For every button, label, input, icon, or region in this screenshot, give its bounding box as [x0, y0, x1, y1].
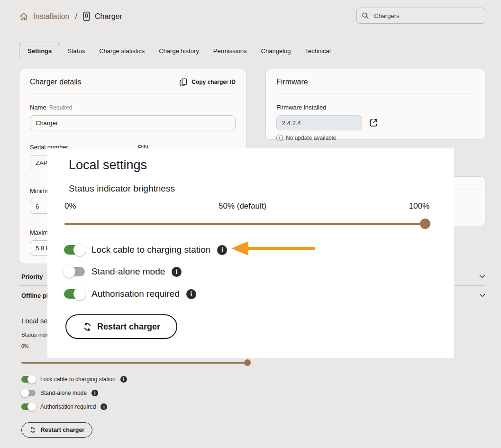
info-icon[interactable]: i: [217, 245, 227, 255]
tab-status[interactable]: Status: [60, 43, 92, 59]
brightness-label: Status indicator brightness: [69, 183, 175, 194]
slider-tick-0: 0%: [64, 201, 76, 211]
brightness-slider[interactable]: [21, 362, 250, 364]
lock-cable-label: Lock cable to charging station: [91, 245, 210, 255]
slider-tick-50: 50% (default): [219, 201, 266, 211]
slider-tick-100: 100%: [409, 201, 429, 211]
local-settings-magnified-panel: Local settings Status indicator brightne…: [47, 148, 454, 358]
standalone-toggle[interactable]: [21, 390, 36, 396]
lock-cable-toggle[interactable]: [21, 376, 36, 383]
breadcrumb-current: Charger: [95, 12, 122, 21]
firmware-version-field: 2.4.2.4: [276, 115, 362, 130]
standalone-toggle[interactable]: [64, 267, 85, 276]
copy-charger-id-button[interactable]: Copy charger ID: [179, 78, 236, 86]
info-icon[interactable]: i: [100, 403, 107, 410]
annotation-arrow-icon: [231, 240, 315, 256]
copy-icon: [179, 78, 188, 86]
restart-icon: [29, 427, 36, 433]
update-info-icon: i: [276, 135, 283, 141]
standalone-label: Stand-alone mode: [91, 266, 165, 277]
charger-details-title: Charger details: [30, 78, 82, 86]
info-icon[interactable]: i: [172, 267, 182, 277]
name-label: Name: [30, 104, 46, 111]
breadcrumb-installation-link[interactable]: Installation: [33, 12, 70, 21]
toggle-row-authorisation: Authorisation required i: [64, 287, 196, 301]
lock-cable-toggle[interactable]: [64, 245, 85, 255]
slider-thumb[interactable]: [420, 219, 430, 229]
update-status-text: No update available: [286, 135, 336, 141]
brightness-slider[interactable]: [64, 223, 429, 225]
slider-thumb[interactable]: [244, 359, 251, 366]
chevron-down-icon[interactable]: [479, 293, 485, 297]
tab-charge-history[interactable]: Charge history: [152, 43, 206, 59]
copy-charger-id-label: Copy charger ID: [191, 79, 236, 85]
charger-icon: [83, 11, 90, 21]
priority-label: Priority: [19, 273, 43, 280]
info-icon[interactable]: i: [91, 390, 98, 396]
info-icon[interactable]: i: [186, 289, 196, 299]
home-icon[interactable]: [19, 12, 28, 21]
toggle-row-lock-cable: Lock cable to charging station i: [64, 243, 227, 257]
restart-icon: [82, 322, 92, 332]
tab-bar: Settings Status Charge statistics Charge…: [19, 43, 485, 59]
tab-charge-statistics[interactable]: Charge statistics: [92, 43, 152, 59]
firmware-title: Firmware: [276, 78, 308, 86]
external-link-icon[interactable]: [369, 118, 378, 128]
slider-tick-0: 0%: [21, 343, 28, 349]
authorisation-toggle[interactable]: [64, 289, 85, 299]
toggle-row-standalone: Stand-alone mode i: [21, 388, 98, 398]
restart-charger-button[interactable]: Restart charger: [21, 422, 92, 438]
restart-charger-label: Restart charger: [97, 322, 160, 332]
name-required-hint: Required: [49, 104, 73, 111]
breadcrumb: Installation / Charger: [19, 11, 122, 21]
toggle-row-standalone: Stand-alone mode i: [64, 265, 182, 279]
tab-technical[interactable]: Technical: [298, 43, 337, 59]
offline-label: Offline ph: [19, 292, 50, 299]
tab-changelog[interactable]: Changelog: [254, 43, 298, 59]
search-icon: [362, 12, 369, 19]
name-field[interactable]: Charger: [30, 115, 236, 130]
local-settings-heading: Local settings: [69, 158, 147, 173]
tab-permissions[interactable]: Permissions: [206, 43, 254, 59]
charger-settings-page: Installation / Charger Settings Status C…: [0, 0, 501, 448]
search-box[interactable]: [356, 8, 485, 24]
chevron-down-icon[interactable]: [479, 274, 485, 278]
lock-cable-label: Lock cable to charging station: [40, 376, 116, 383]
toggle-row-lock-cable: Lock cable to charging station i: [21, 375, 127, 384]
toggle-row-authorisation: Authorisation required i: [21, 402, 107, 411]
standalone-label: Stand-alone mode: [40, 390, 87, 396]
slider-ticks: 0% 50% (default) 100%: [64, 201, 429, 211]
authorisation-toggle[interactable]: [21, 403, 36, 410]
authorisation-label: Authorisation required: [40, 403, 96, 410]
tab-settings[interactable]: Settings: [19, 43, 60, 59]
firmware-card: Firmware Firmware installed 2.4.2.4 i No…: [265, 69, 485, 140]
breadcrumb-separator: /: [75, 12, 77, 21]
info-icon[interactable]: i: [120, 376, 127, 383]
restart-charger-label: Restart charger: [41, 427, 84, 433]
restart-charger-button[interactable]: Restart charger: [65, 314, 177, 339]
firmware-installed-label: Firmware installed: [276, 104, 326, 111]
authorisation-label: Authorisation required: [91, 289, 180, 299]
search-input[interactable]: [373, 12, 480, 20]
